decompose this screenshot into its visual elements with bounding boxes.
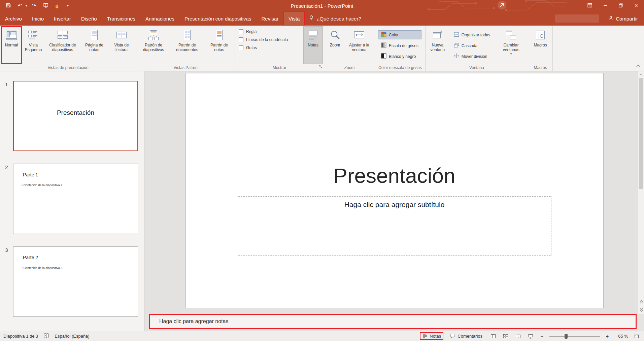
scrollbar-thumb[interactable]	[639, 78, 643, 189]
notes-toggle-button[interactable]: Notas	[303, 26, 323, 64]
fit-slide-to-window-button[interactable]	[633, 333, 641, 340]
slide-master-icon	[148, 29, 159, 41]
slide-1-number: 1	[0, 81, 13, 151]
undo-dropdown-caret[interactable]: ▾	[26, 4, 27, 7]
slide-counter[interactable]: Diapositiva 1 de 3	[3, 334, 38, 339]
outline-view-button[interactable]: Vista Esquema	[22, 26, 45, 64]
close-button[interactable]: ×	[629, 0, 644, 11]
tab-presentacion-con-diapositivas[interactable]: Presentación con diapositivas	[179, 11, 256, 26]
arrange-all-button[interactable]: Organizar todas	[451, 30, 493, 39]
ruler-checkbox-box	[239, 29, 243, 34]
ruler-checkbox[interactable]: Regla	[239, 29, 299, 34]
tab-diseno[interactable]: Diseño	[76, 11, 102, 26]
notes-master-button[interactable]: Patrón de notas	[205, 26, 234, 64]
spellcheck-icon[interactable]	[43, 333, 49, 339]
zoom-slider-thumb[interactable]	[565, 334, 568, 339]
notes-toggle-icon	[308, 29, 318, 41]
vertical-scrollbar[interactable]	[638, 71, 644, 314]
outline-view-icon	[28, 29, 39, 41]
ribbon-display-options-icon	[587, 3, 592, 9]
move-split-label: Mover división	[462, 54, 487, 59]
customize-qat-button[interactable]: ▾	[64, 1, 73, 10]
grayscale-option[interactable]: Escala de grises	[378, 41, 421, 50]
tab-transiciones[interactable]: Transiciones	[102, 11, 140, 26]
handout-master-icon	[181, 29, 193, 41]
arrange-all-icon	[454, 32, 459, 38]
slide-2-thumbnail-bullet: • Contenido de la diapositiva 2	[22, 183, 62, 187]
normal-view-shortcut[interactable]	[489, 333, 497, 340]
slide-master-button[interactable]: Patrón de diapositivas	[137, 26, 170, 64]
cascade-button[interactable]: Cascada	[451, 41, 493, 50]
person-icon	[608, 15, 613, 22]
notes-statusbar-label: Notas	[430, 334, 441, 339]
save-button[interactable]	[4, 1, 13, 10]
switch-windows-button[interactable]: Cambiar ventanas ▾	[495, 26, 527, 64]
scroll-up-button[interactable]	[638, 71, 644, 77]
tab-revisar[interactable]: Revisar	[256, 11, 283, 26]
zoom-button[interactable]: Zoom	[325, 26, 345, 64]
gridlines-checkbox[interactable]: Líneas de la cuadrícula	[239, 37, 299, 42]
ribbon-display-options-button[interactable]	[582, 0, 598, 11]
switch-windows-caret-icon: ▾	[510, 52, 512, 56]
guides-checkbox[interactable]: Guías	[239, 45, 299, 50]
group-color-grayscale: Color Escala de grises Blanco y negro	[375, 26, 426, 71]
color-option[interactable]: Color	[378, 30, 421, 39]
language-indicator[interactable]: Español (España)	[55, 334, 89, 339]
notes-pane[interactable]: Haga clic para agregar notas	[149, 314, 637, 329]
normal-view-button[interactable]: Normal	[1, 26, 22, 64]
zoom-slider[interactable]	[549, 333, 600, 339]
tab-inicio[interactable]: Inicio	[27, 11, 49, 26]
zoom-out-button[interactable]: −	[539, 333, 545, 339]
start-slideshow-button[interactable]	[41, 1, 50, 10]
zoom-percentage[interactable]: 65 %	[615, 334, 628, 339]
group-label-window: Ventana	[426, 64, 528, 71]
handout-master-button[interactable]: Patrón de documentos	[170, 26, 205, 64]
minimize-icon	[604, 5, 607, 6]
ruler-label: Regla	[246, 29, 257, 34]
tab-animaciones[interactable]: Animaciones	[140, 11, 179, 26]
tab-archivo[interactable]: Archivo	[0, 11, 27, 26]
customize-qat-caret-icon: ▾	[67, 4, 69, 7]
share-button[interactable]: Compartir	[602, 11, 644, 26]
notes-statusbar-button[interactable]: Notas	[420, 332, 443, 340]
slide-1-thumbnail[interactable]: Presentación	[13, 81, 138, 151]
slide-sorter-button[interactable]: Clasificador de diapositivas	[45, 26, 80, 64]
move-split-button[interactable]: Mover división	[451, 52, 493, 61]
touch-mode-button[interactable]: ☝	[53, 1, 62, 10]
minimize-button[interactable]	[598, 0, 613, 11]
slide-3-thumbnail[interactable]: Parte 2 • Contenido de la diapositiva 3	[13, 246, 138, 317]
previous-slide-button[interactable]	[638, 298, 644, 305]
reading-view-button[interactable]: Vista de lectura	[108, 26, 135, 64]
group-master-views: Patrón de diapositivas Patrón de documen…	[136, 26, 235, 71]
current-slide[interactable]: Presentación Haga clic para agregar subt…	[186, 73, 603, 308]
group-show: Regla Líneas de la cuadrícula Guías	[235, 26, 324, 71]
new-window-button[interactable]: Nueva ventana	[427, 26, 449, 64]
show-dialog-launcher[interactable]	[318, 65, 323, 70]
slideshow-shortcut[interactable]	[527, 333, 535, 340]
cascade-label: Cascada	[462, 43, 477, 48]
fit-to-window-button[interactable]: Ajustar a la ventana	[345, 26, 374, 64]
restore-button[interactable]	[613, 0, 629, 11]
undo-button[interactable]: ↶	[15, 1, 24, 10]
gridlines-label: Líneas de la cuadrícula	[246, 37, 288, 42]
slide-title-text[interactable]: Presentación	[186, 164, 603, 187]
ribbon-tab-bar: Archivo Inicio Insertar Diseño Transicio…	[0, 11, 644, 26]
redo-button[interactable]: ↷	[30, 1, 39, 10]
slide-sorter-shortcut[interactable]	[502, 333, 510, 340]
subtitle-placeholder[interactable]: Haga clic para agregar subtítulo	[238, 196, 551, 255]
tab-vista[interactable]: Vista	[283, 11, 305, 26]
tell-me-box[interactable]: ¿Qué desea hacer?	[305, 11, 365, 26]
zoom-in-button[interactable]: +	[604, 333, 610, 339]
quick-access-toolbar: ↶ ▾ ↷ ☝ ▾	[0, 1, 73, 10]
collapse-ribbon-button[interactable]	[636, 63, 641, 68]
notes-page-button[interactable]: Página de notas	[80, 26, 108, 64]
reading-view-shortcut[interactable]	[514, 333, 522, 340]
tab-insertar[interactable]: Insertar	[49, 11, 76, 26]
group-label-zoom: Zoom	[324, 64, 375, 71]
next-slide-button[interactable]	[638, 306, 644, 313]
black-white-option[interactable]: Blanco y negro	[378, 52, 421, 61]
comments-statusbar-button[interactable]: Comentarios	[448, 332, 485, 340]
group-zoom: Zoom Ajustar a la ventana Zoom	[324, 26, 375, 71]
slide-2-thumbnail[interactable]: Parte 1 • Contenido de la diapositiva 2	[13, 164, 138, 234]
macros-button[interactable]: Macros	[529, 26, 551, 64]
